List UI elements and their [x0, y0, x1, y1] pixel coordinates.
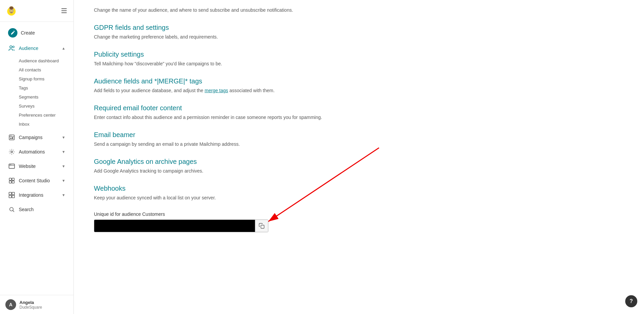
section-audience-fields-desc: Add fields to your audience database, an… [94, 87, 329, 94]
sidebar: Create Audience ▲ Audience dashboard All… [0, 0, 74, 314]
sidebar-item-content-studio[interactable]: Content Studio ▼ [3, 174, 71, 188]
section-gdpr-title[interactable]: GDPR fields and settings [94, 24, 329, 32]
integrations-chevron: ▼ [62, 193, 65, 197]
sidebar-item-create-label: Create [21, 30, 35, 36]
website-chevron: ▼ [62, 164, 65, 168]
automations-chevron: ▼ [62, 150, 65, 154]
svg-rect-24 [12, 178, 14, 181]
help-label: ? [630, 298, 633, 304]
section-audience-fields-title[interactable]: Audience fields and *|MERGE|* tags [94, 77, 329, 85]
user-info: Angela DudeSquare [19, 300, 42, 310]
sidebar-item-create[interactable]: Create [3, 25, 71, 41]
sidebar-item-integrations-label: Integrations [19, 192, 43, 198]
sidebar-item-website[interactable]: Website ▼ [3, 159, 71, 173]
svg-rect-30 [12, 195, 15, 198]
section-email-beamer-title[interactable]: Email beamer [94, 131, 329, 139]
sidebar-item-campaigns[interactable]: Campaigns ▼ [3, 130, 71, 144]
main-wrapper: Change the name of your audience, and wh… [74, 0, 644, 314]
section-publicity-desc: Tell Mailchimp how "discoverable" you'd … [94, 60, 329, 67]
section-audience-name-desc: Change the name of your audience, and wh… [94, 7, 329, 14]
sidebar-item-campaigns-label: Campaigns [19, 135, 43, 140]
content-studio-icon [8, 177, 15, 184]
sidebar-item-automations[interactable]: Automations ▼ [3, 145, 71, 159]
unique-id-field [94, 219, 268, 232]
automations-icon [8, 148, 15, 155]
unique-id-section: Unique id for audience Customers [94, 211, 329, 232]
svg-point-10 [10, 6, 13, 9]
svg-point-19 [11, 151, 13, 153]
unique-id-label: Unique id for audience Customers [94, 211, 329, 217]
campaigns-chevron: ▼ [62, 135, 65, 139]
sidebar-item-website-label: Website [19, 164, 36, 169]
sidebar-toggle[interactable] [60, 7, 68, 15]
section-gdpr-desc: Change the marketing preference labels, … [94, 34, 329, 41]
sidebar-item-content-studio-label: Content Studio [19, 178, 50, 183]
section-google-analytics: Google Analytics on archive pages Add Go… [94, 158, 329, 175]
svg-rect-20 [9, 164, 15, 168]
section-webhooks-title[interactable]: Webhooks [94, 185, 329, 192]
svg-rect-16 [9, 135, 14, 140]
svg-rect-17 [10, 138, 11, 139]
section-webhooks-desc: Keep your audience synced with a local l… [94, 194, 329, 201]
svg-rect-12 [61, 10, 67, 11]
section-publicity: Publicity settings Tell Mailchimp how "d… [94, 51, 329, 67]
main-content: Change the name of your audience, and wh… [74, 0, 644, 252]
svg-rect-27 [9, 192, 12, 195]
section-email-beamer-desc: Send a campaign by sending an email to a… [94, 141, 329, 148]
section-publicity-title[interactable]: Publicity settings [94, 51, 329, 58]
section-email-footer: Required email footer content Enter cont… [94, 104, 329, 121]
user-name: Angela [19, 300, 42, 305]
merge-tags-link[interactable]: merge tags [205, 88, 228, 93]
sub-nav-tags[interactable]: Tags [16, 83, 73, 92]
sidebar-item-automations-label: Automations [19, 149, 45, 154]
svg-rect-26 [12, 181, 14, 183]
integrations-icon [8, 191, 15, 199]
svg-point-4 [10, 11, 13, 13]
sidebar-item-search[interactable]: Search [3, 202, 71, 216]
sidebar-header [0, 0, 73, 22]
user-org: DudeSquare [19, 305, 42, 310]
svg-point-22 [11, 165, 11, 165]
section-email-footer-title[interactable]: Required email footer content [94, 104, 329, 112]
sub-nav-inbox[interactable]: Inbox [16, 120, 73, 129]
svg-rect-18 [12, 137, 13, 139]
mailchimp-logo [5, 5, 17, 17]
search-icon [8, 206, 15, 213]
sub-nav-signup-forms[interactable]: Signup forms [16, 74, 73, 83]
sub-nav-preferences-center[interactable]: Preferences center [16, 111, 73, 120]
svg-rect-32 [261, 225, 264, 229]
svg-rect-13 [61, 12, 67, 13]
audience-icon [8, 45, 15, 52]
help-button[interactable]: ? [625, 295, 637, 307]
section-audience-name: Change the name of your audience, and wh… [94, 7, 329, 14]
section-webhooks: Webhooks Keep your audience synced with … [94, 185, 329, 201]
svg-rect-28 [12, 192, 15, 195]
sub-nav-segments[interactable]: Segments [16, 92, 73, 102]
section-google-analytics-desc: Add Google Analytics tracking to campaig… [94, 168, 329, 175]
sidebar-item-search-label: Search [19, 207, 34, 212]
sidebar-nav: Create Audience ▲ Audience dashboard All… [0, 22, 73, 295]
sub-nav-surveys[interactable]: Surveys [16, 102, 73, 111]
section-email-footer-desc: Enter contact info about this audience a… [94, 114, 329, 121]
campaigns-icon [8, 134, 15, 141]
svg-point-15 [13, 46, 14, 48]
unique-id-input[interactable] [94, 220, 255, 232]
create-icon [8, 28, 17, 38]
unique-id-copy-button[interactable] [255, 220, 268, 232]
content-studio-chevron: ▼ [62, 179, 65, 183]
content-section: Change the name of your audience, and wh… [94, 0, 329, 232]
sidebar-footer: A Angela DudeSquare [0, 295, 73, 314]
section-audience-fields: Audience fields and *|MERGE|* tags Add f… [94, 77, 329, 94]
svg-rect-23 [9, 178, 12, 181]
svg-point-14 [10, 46, 12, 48]
sub-nav-audience-dashboard[interactable]: Audience dashboard [16, 56, 73, 65]
audience-chevron: ▲ [62, 46, 65, 50]
sidebar-item-audience[interactable]: Audience ▲ [3, 41, 71, 55]
svg-point-21 [10, 165, 10, 165]
section-gdpr: GDPR fields and settings Change the mark… [94, 24, 329, 41]
section-google-analytics-title[interactable]: Google Analytics on archive pages [94, 158, 329, 166]
audience-sub-nav: Audience dashboard All contacts Signup f… [0, 56, 73, 130]
svg-rect-29 [9, 195, 12, 198]
sub-nav-all-contacts[interactable]: All contacts [16, 65, 73, 74]
sidebar-item-integrations[interactable]: Integrations ▼ [3, 188, 71, 202]
